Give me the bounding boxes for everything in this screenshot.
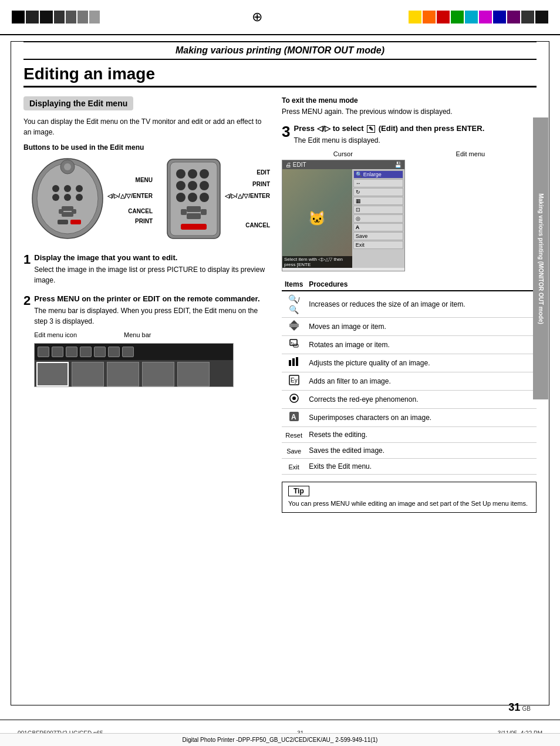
svg-rect-27 bbox=[187, 206, 201, 212]
remote-top-svg bbox=[23, 156, 117, 241]
menu-bar-image bbox=[34, 343, 234, 387]
svg-point-15 bbox=[64, 163, 71, 170]
color-swatch-5 bbox=[66, 11, 76, 23]
page-number-area: 31 GB bbox=[508, 701, 531, 714]
svg-rect-30 bbox=[201, 209, 207, 215]
remote-top-diagram: MENU ◁/▷/△/▽/ENTER CANCEL PRINT bbox=[23, 156, 153, 244]
step-1-number: 1 bbox=[23, 253, 31, 266]
em-item-exit: Exit bbox=[353, 241, 403, 249]
step-2-content: Press MENU on the printer or EDIT on the… bbox=[34, 294, 270, 387]
vertical-sidebar-label: Making various printing (MONITOR OUT mod… bbox=[538, 193, 544, 324]
menu-content-sim bbox=[35, 360, 233, 387]
cb-orange bbox=[423, 11, 436, 23]
menu-bar-area: Edit menu icon Menu bar bbox=[34, 331, 270, 387]
color-swatch-6 bbox=[77, 11, 88, 23]
page-number: 31 bbox=[508, 701, 520, 713]
tip-label: Tip bbox=[288, 486, 309, 496]
main-content: Making various printing (MONITOR OUT mod… bbox=[15, 35, 545, 519]
cb-purple bbox=[507, 11, 520, 23]
step-3-number: 3 bbox=[282, 124, 290, 139]
menu-thumb-5 bbox=[177, 362, 210, 387]
em-save-label: Save bbox=[356, 233, 368, 239]
em-item-redeye: ◎ bbox=[353, 214, 403, 223]
cb-dark1 bbox=[521, 11, 534, 23]
table-row: ↻Rotates an image or item. bbox=[282, 336, 537, 354]
page-number-suffix: GB bbox=[522, 705, 531, 712]
diagram-container: MENU ◁/▷/△/▽/ENTER CANCEL PRINT bbox=[23, 156, 270, 244]
em-item-zoom: 🔍 Enlarge bbox=[353, 170, 403, 179]
svg-point-22 bbox=[188, 181, 197, 190]
intro-text: You can display the Edit menu on the TV … bbox=[23, 116, 270, 137]
svg-marker-34 bbox=[291, 327, 298, 331]
em-zoom-icon: 🔍 bbox=[356, 172, 362, 177]
step-1-body: Select the image in the image list or pr… bbox=[34, 264, 270, 285]
svg-rect-13 bbox=[70, 220, 81, 224]
right-column: To exit the menu mode Press MENU again. … bbox=[282, 96, 537, 513]
svg-rect-10 bbox=[59, 209, 63, 214]
remote-bottom-svg bbox=[158, 156, 229, 241]
bottom-product-bar: Digital Photo Printer -DPP-FP50_GB_UC2/C… bbox=[0, 733, 560, 746]
table-row: ExitExits the Edit menu. bbox=[282, 459, 537, 475]
color-blocks-left bbox=[12, 11, 100, 23]
cb-magenta bbox=[479, 11, 492, 23]
cb-dark2 bbox=[535, 11, 548, 23]
svg-point-24 bbox=[176, 193, 185, 202]
table-cell-text: Adds an filter to an image. bbox=[306, 372, 537, 391]
step-3-body: The Edit menu is displayed. bbox=[294, 135, 537, 146]
em-enlarge-label: Enlarge bbox=[363, 172, 382, 177]
cb-yellow bbox=[409, 11, 421, 23]
em-filter-icon: ⊡ bbox=[356, 207, 360, 213]
table-header-procedures: Procedures bbox=[306, 278, 537, 291]
edit-menu-label: Edit menu bbox=[456, 150, 485, 157]
em-quality-icon: ▦ bbox=[356, 198, 361, 204]
section-header: Making various printing (MONITOR OUT mod… bbox=[23, 41, 537, 60]
footer-bottom: Digital Photo Printer -DPP-FP50_GB_UC2/C… bbox=[183, 737, 378, 743]
step-2-body: The menu bar is displayed. When you pres… bbox=[34, 305, 270, 327]
table-row: Adjusts the picture quality of an image. bbox=[282, 354, 537, 372]
svg-point-5 bbox=[52, 194, 59, 201]
label-menu: MENU bbox=[136, 177, 153, 183]
em-sidebar: 🔍 Enlarge ↔ ↻ ▦ ⊡ ◎ A Save Exit bbox=[352, 169, 404, 268]
em-preview: 🐱 Select item with ◁▷△▽ then press [ENTE bbox=[282, 169, 352, 268]
menu-sim bbox=[35, 344, 233, 360]
em-redeye-icon: ◎ bbox=[356, 216, 360, 221]
sim-icon-1 bbox=[38, 347, 49, 357]
table-cell-text: Superimposes characters on an image. bbox=[306, 409, 537, 427]
em-item-quality: ▦ bbox=[353, 197, 403, 205]
table-cell-text: Exits the Edit menu. bbox=[306, 459, 537, 475]
step-3-content: Press ◁/▷ to select ✎ (Edit) and then pr… bbox=[294, 124, 537, 146]
label-cancel: CANCEL bbox=[128, 208, 153, 214]
table-cell-icon: Exit bbox=[282, 459, 306, 475]
color-blocks-right bbox=[409, 11, 548, 23]
label-edit: EDIT bbox=[257, 169, 270, 176]
left-column: Displaying the Edit menu You can display… bbox=[23, 96, 270, 513]
label-print2: PRINT bbox=[252, 181, 270, 187]
cb-blue bbox=[493, 11, 506, 23]
table-cell-text: Corrects the red-eye phenomenon. bbox=[306, 391, 537, 409]
buttons-label: Buttons to be used in the Edit menu bbox=[23, 143, 270, 152]
label-nav2: ◁/▷/△/▽/ENTER bbox=[225, 193, 270, 199]
edit-menu-icon-label: Edit menu icon bbox=[34, 331, 77, 338]
sim-icon-3 bbox=[66, 347, 77, 357]
edit-menu-screenshot-area: 🖨 EDIT 💾 🐱 Select item with ◁▷△▽ then pr… bbox=[282, 160, 537, 271]
svg-rect-28 bbox=[187, 213, 201, 219]
sim-icon-7 bbox=[122, 347, 134, 357]
tip-text: You can press MENU while editing an imag… bbox=[288, 499, 530, 509]
svg-point-23 bbox=[200, 181, 209, 190]
table-cell-text: Resets the editing. bbox=[306, 427, 537, 443]
table-row: 🔍/🔍Increases or reduces the size of an i… bbox=[282, 291, 537, 318]
menu-thumb-4 bbox=[142, 362, 174, 387]
compass-icon: ⊕ bbox=[252, 9, 262, 25]
sim-icon-4 bbox=[80, 347, 92, 357]
table-cell-icon bbox=[282, 318, 306, 336]
em-item-rotate: ↻ bbox=[353, 188, 403, 196]
em-item-save: Save bbox=[353, 232, 403, 240]
tip-box: Tip You can press MENU while editing an … bbox=[282, 482, 537, 513]
svg-rect-29 bbox=[181, 209, 187, 215]
table-cell-icon: Save bbox=[282, 443, 306, 459]
em-exit-label: Exit bbox=[356, 242, 365, 248]
svg-rect-11 bbox=[72, 209, 76, 214]
vertical-sidebar: Making various printing (MONITOR OUT mod… bbox=[533, 117, 548, 399]
page-border-bottom bbox=[11, 705, 549, 705]
sim-icon-2 bbox=[52, 347, 63, 357]
